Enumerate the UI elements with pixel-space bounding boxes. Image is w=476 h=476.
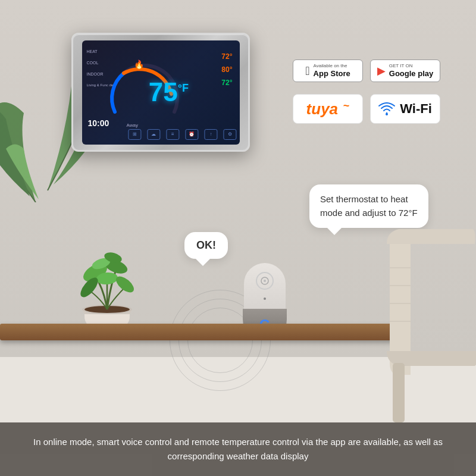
device-response-bubble: OK! [184, 232, 228, 259]
shelf [0, 324, 405, 340]
tuya-text: tuya ~ [306, 99, 350, 118]
tuya-badge: tuya ~ [293, 94, 363, 124]
store-badges:  Available on the App Store ▶ GET IT ON… [293, 60, 440, 82]
device-response-text: OK! [196, 239, 216, 251]
svg-rect-14 [393, 363, 405, 422]
control-buttons: ⊞ ☁ ≡ ⏰ ↑ ⚙ [128, 129, 236, 140]
caption-text: In online mode, smart voice control and … [24, 435, 452, 464]
left-labels: HEAT COOL INDOOR Living & Func de [87, 49, 114, 87]
chair [381, 196, 476, 422]
app-store-badge[interactable]:  Available on the App Store [293, 60, 363, 82]
svg-text:🔥: 🔥 [133, 60, 144, 70]
thermostat-device: 🔥 HEAT COOL INDOOR Living & Func de 75°F… [71, 33, 250, 152]
button-icon-3[interactable]: ≡ [166, 129, 179, 140]
wifi-badge: Wi-Fi [370, 94, 440, 124]
speaker-top [244, 263, 286, 309]
thermostat-screen: 🔥 HEAT COOL INDOOR Living & Func de 75°F… [82, 40, 240, 145]
google-play-badge[interactable]: ▶ GET IT ON Google play [370, 60, 440, 82]
main-temperature: 75°F [149, 77, 189, 107]
caption-bar: In online mode, smart voice control and … [0, 422, 476, 476]
svg-point-1 [386, 113, 388, 115]
google-play-text: GET IT ON Google play [389, 63, 433, 78]
time-display: 10:00 [88, 118, 109, 128]
button-icon-6[interactable]: ⚙ [223, 129, 236, 140]
wifi-icon [378, 102, 395, 115]
button-icon-2[interactable]: ☁ [147, 129, 160, 140]
speaker-circle [256, 272, 274, 290]
button-icon-4[interactable]: ⏰ [185, 129, 198, 140]
svg-point-3 [264, 280, 266, 282]
google-play-icon: ▶ [377, 64, 386, 77]
badges-area:  Available on the App Store ▶ GET IT ON… [293, 60, 440, 124]
mode-label: Away [127, 123, 138, 128]
apple-icon:  [305, 64, 309, 78]
right-temperatures: 72° 80° 72° [221, 52, 232, 87]
wifi-label: Wi-Fi [400, 101, 432, 117]
button-icon-1[interactable]: ⊞ [128, 129, 141, 140]
app-store-text: Available on the App Store [314, 63, 350, 78]
brand-badges: tuya ~ Wi-Fi [293, 94, 440, 124]
speaker-indicator-dot [264, 298, 266, 300]
button-icon-5[interactable]: ↑ [204, 129, 217, 140]
